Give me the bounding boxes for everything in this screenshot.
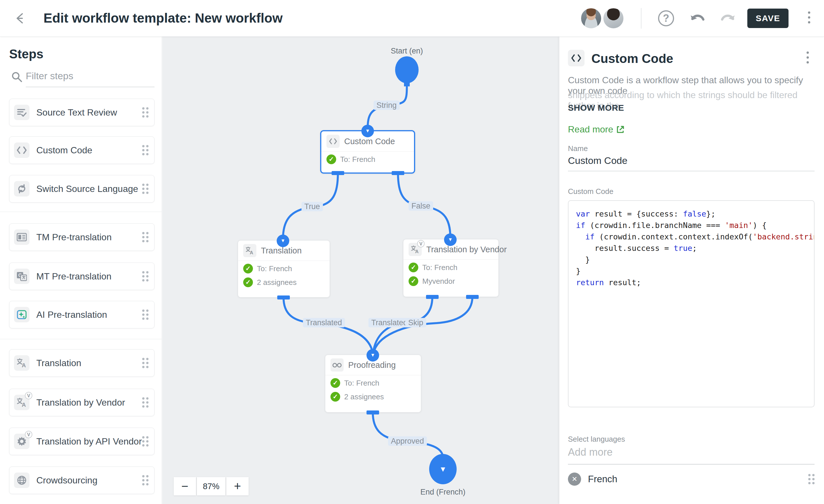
step-card-custom-code[interactable]: Custom Code: [9, 136, 154, 164]
step-card-source-text-review[interactable]: Source Text Review: [9, 99, 154, 126]
drag-handle-icon[interactable]: [142, 145, 148, 155]
drag-handle-icon[interactable]: [142, 232, 148, 242]
select-languages-label: Select languages: [568, 435, 625, 444]
output-port[interactable]: [466, 295, 479, 299]
save-button[interactable]: SAVE: [747, 9, 789, 28]
top-bar: Edit workflow template: New workflow ? S…: [0, 0, 824, 36]
zoom-level: 87%: [197, 477, 225, 495]
svg-text:A: A: [22, 402, 26, 408]
zoom-in-button[interactable]: +: [226, 477, 248, 495]
show-more-button[interactable]: SHOW MORE: [568, 103, 624, 113]
translate-icon: A: [14, 355, 29, 371]
node-title: Proofreading: [348, 361, 396, 370]
node-row-text: To: French: [422, 263, 457, 272]
sync-icon: [14, 181, 29, 197]
node-proofreading[interactable]: Proofreading ✓To: French ✓2 assignees: [325, 355, 421, 412]
output-port[interactable]: [367, 410, 379, 414]
undo-icon[interactable]: [689, 10, 706, 26]
translate-vendor-icon: A V: [14, 395, 29, 410]
edge-label-skip: Skip: [405, 318, 426, 327]
panel-title: Custom Code: [591, 52, 673, 66]
add-language-input[interactable]: Add more: [568, 446, 815, 465]
edge-label-translated: Translated: [369, 318, 411, 327]
step-card-mt-pre-translation[interactable]: G MT Pre-translation: [9, 263, 154, 290]
start-label: Start (en): [391, 46, 423, 56]
more-options-icon[interactable]: [807, 52, 809, 66]
code-field-label: Custom Code: [568, 187, 613, 196]
step-label: Translation by API Vendor: [36, 436, 142, 447]
drag-handle-icon[interactable]: [142, 271, 148, 282]
end-label: End (French): [420, 488, 466, 497]
drag-handle-icon[interactable]: [142, 475, 148, 485]
check-icon: ✓: [243, 278, 253, 287]
drag-handle-icon[interactable]: [142, 397, 148, 408]
output-port[interactable]: [277, 296, 290, 299]
node-row-text: 2 assignees: [344, 392, 384, 401]
read-more-link[interactable]: Read more: [568, 124, 625, 135]
globe-icon: [14, 473, 29, 488]
check-icon: ✓: [409, 263, 418, 272]
drag-handle-icon[interactable]: [142, 107, 148, 118]
step-card-tm-pre-translation[interactable]: TM Pre-translation: [9, 223, 154, 251]
step-label: MT Pre-translation: [36, 271, 142, 282]
edge-label-true: True: [302, 202, 323, 211]
search-icon: [11, 71, 23, 83]
step-label: Translation by Vendor: [36, 397, 142, 408]
step-card-translation[interactable]: A Translation: [9, 349, 154, 377]
remove-language-icon[interactable]: ✕: [568, 473, 581, 486]
output-port[interactable]: [426, 295, 439, 299]
drag-handle-icon[interactable]: [142, 309, 148, 320]
vendor-badge: V: [25, 431, 32, 438]
more-options-icon[interactable]: [808, 11, 810, 26]
start-node-stem: [404, 81, 410, 86]
drag-handle-icon[interactable]: [142, 436, 148, 446]
step-label: Source Text Review: [36, 107, 142, 118]
edge-arrow-icon: ▼: [277, 234, 289, 247]
avatar[interactable]: [580, 7, 602, 29]
code-icon: [326, 135, 340, 148]
translate-icon: A: [243, 244, 256, 257]
help-icon[interactable]: ?: [658, 10, 674, 26]
step-label: Crowdsourcing: [36, 475, 142, 486]
avatar[interactable]: [603, 7, 624, 29]
step-card-switch-source-language[interactable]: Switch Source Language: [9, 175, 154, 203]
drag-handle-icon[interactable]: [808, 474, 815, 484]
drag-handle-icon[interactable]: [142, 358, 148, 368]
step-card-ai-pre-translation[interactable]: AI Pre-translation: [9, 301, 154, 328]
check-icon: ✓: [243, 264, 253, 274]
step-card-crowdsourcing[interactable]: Crowdsourcing: [9, 467, 154, 494]
redo-icon[interactable]: [719, 10, 736, 26]
code-editor[interactable]: var result = {success: false};if (crowdi…: [568, 200, 815, 407]
zoom-out-button[interactable]: −: [174, 477, 196, 495]
node-translation-by-vendor[interactable]: A V Translation by Vendor ✓To: French ✓M…: [403, 239, 499, 297]
svg-text:A: A: [22, 362, 26, 368]
node-row-text: To: French: [257, 264, 292, 273]
filter-steps-input[interactable]: Filter steps: [26, 70, 154, 87]
output-port[interactable]: [392, 171, 404, 175]
start-node[interactable]: [395, 56, 419, 83]
language-row: ✕ French: [568, 469, 815, 489]
tm-card-icon: [14, 229, 29, 245]
code-icon: [14, 142, 29, 158]
step-card-translation-by-api-vendor[interactable]: V Translation by API Vendor: [9, 428, 154, 455]
back-arrow-icon[interactable]: [14, 11, 29, 26]
step-card-translation-by-vendor[interactable]: A V Translation by Vendor: [9, 389, 154, 416]
svg-text:A: A: [415, 249, 419, 254]
drag-handle-icon[interactable]: [142, 184, 148, 194]
edge-arrow-icon: ▼: [362, 125, 374, 137]
name-input[interactable]: Custom Code: [568, 155, 815, 171]
steps-heading: Steps: [9, 47, 43, 61]
output-port[interactable]: [332, 171, 344, 175]
step-label: Custom Code: [36, 145, 142, 156]
read-more-label: Read more: [568, 124, 613, 135]
steps-sidebar: Steps Filter steps Source Text Review Cu…: [0, 36, 162, 504]
workflow-canvas[interactable]: Start (en) ▼ End (French) String True Fa…: [162, 36, 559, 504]
source-text-review-icon: [14, 105, 29, 120]
node-translation[interactable]: A Translation ✓To: French ✓2 assignees: [238, 240, 330, 297]
edge-label-approved: Approved: [388, 436, 427, 446]
divider: [0, 212, 162, 212]
edge-label-string: String: [374, 101, 400, 110]
end-node[interactable]: ▼: [429, 454, 456, 484]
edge-label-false: False: [409, 201, 433, 211]
step-label: Switch Source Language: [36, 184, 142, 194]
